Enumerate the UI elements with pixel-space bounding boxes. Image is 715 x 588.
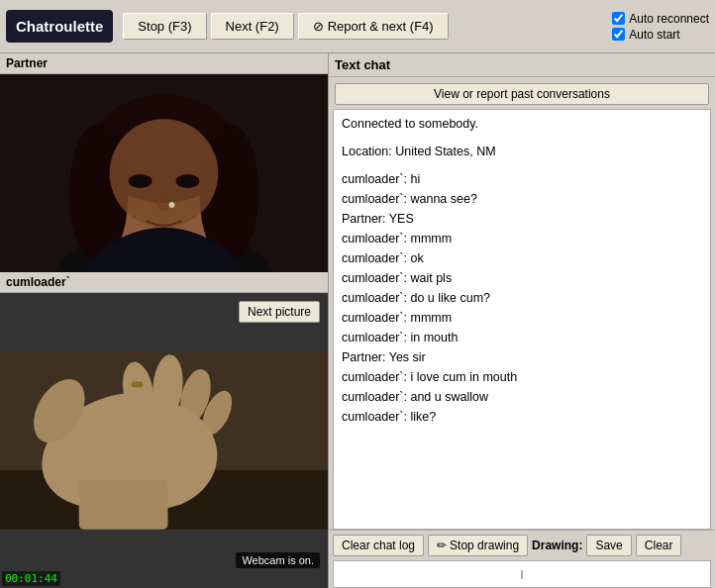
auto-start-label[interactable]: Auto start — [612, 28, 709, 42]
chat-message: cumloader`: ok — [342, 248, 702, 268]
report-next-button[interactable]: ⊘ Report & next (F4) — [298, 13, 449, 40]
auto-reconnect-label[interactable]: Auto reconnect — [612, 12, 709, 26]
auto-reconnect-checkbox[interactable] — [612, 12, 625, 25]
self-video: Next picture Webcam is on. 00:01:44 — [0, 293, 328, 588]
chat-blank-line — [342, 134, 702, 142]
svg-point-7 — [110, 119, 219, 228]
svg-point-12 — [156, 191, 172, 211]
next-picture-button[interactable]: Next picture — [239, 301, 320, 323]
next-button[interactable]: Next (F2) — [211, 13, 294, 40]
chat-message: cumloader`: and u swallow — [342, 387, 702, 407]
bottom-bar: Clear chat log ✏ Stop drawing Drawing: S… — [329, 530, 715, 560]
chat-message: cumloader`: like? — [342, 407, 702, 427]
chat-input[interactable] — [334, 561, 710, 587]
stop-button[interactable]: Stop (F3) — [123, 13, 206, 40]
partner-face-svg — [0, 74, 328, 272]
pencil-icon: ✏ — [437, 539, 447, 552]
partner-video — [0, 74, 328, 272]
chat-message: cumloader`: mmmm — [342, 229, 702, 248]
chat-messages: Connected to somebody.Location: United S… — [333, 109, 711, 530]
right-panel: Text chat View or report past conversati… — [329, 53, 715, 588]
text-chat-header: Text chat — [329, 53, 715, 77]
chat-message: cumloader`: wait pls — [342, 268, 702, 288]
chat-message: Partner: YES — [342, 209, 702, 229]
auto-reconnect-text: Auto reconnect — [629, 12, 709, 26]
self-section: cumloader` — [0, 272, 328, 588]
svg-point-13 — [168, 202, 174, 208]
svg-rect-26 — [0, 351, 328, 529]
auto-start-text: Auto start — [629, 28, 679, 42]
self-video-svg — [0, 293, 328, 588]
partner-video-feed — [0, 74, 328, 272]
toolbar: Chatroulette Stop (F3) Next (F2) ⊘ Repor… — [0, 0, 715, 53]
chat-message: Connected to somebody. — [342, 114, 702, 134]
auto-start-checkbox[interactable] — [612, 28, 625, 41]
drawing-label: Drawing: — [532, 539, 582, 552]
main-content: Partner — [0, 53, 715, 588]
chat-message: cumloader`: mmmm — [342, 308, 702, 328]
chat-message: cumloader`: hi — [342, 169, 702, 189]
timer-display: 00:01:44 — [2, 571, 60, 586]
app-logo: Chatroulette — [6, 10, 113, 43]
svg-point-11 — [181, 176, 193, 186]
self-label: cumloader` — [0, 272, 328, 293]
chat-message: Location: United States, NM — [342, 142, 702, 161]
save-drawing-button[interactable]: Save — [586, 535, 631, 556]
clear-chat-button[interactable]: Clear chat log — [333, 535, 424, 556]
stop-drawing-label: Stop drawing — [450, 539, 519, 552]
report-button-label: Report & next (F4) — [328, 19, 434, 34]
view-report-button[interactable]: View or report past conversations — [335, 83, 709, 105]
svg-point-10 — [135, 176, 147, 186]
chat-message: cumloader`: do u like cum? — [342, 288, 702, 308]
chat-blank-line — [342, 161, 702, 169]
left-panel: Partner — [0, 53, 329, 588]
chat-message: cumloader`: i love cum in mouth — [342, 367, 702, 387]
webcam-status-badge: Webcam is on. — [236, 552, 320, 568]
options-group: Auto reconnect Auto start — [612, 12, 709, 42]
chat-input-area[interactable] — [333, 560, 711, 588]
partner-label: Partner — [0, 53, 328, 74]
clear-drawing-button[interactable]: Clear — [636, 535, 682, 556]
stop-drawing-button[interactable]: ✏ Stop drawing — [428, 535, 528, 556]
chat-message: Partner: Yes sir — [342, 347, 702, 367]
chat-message: cumloader`: wanna see? — [342, 189, 702, 209]
report-icon: ⊘ — [313, 19, 324, 34]
chat-message: cumloader`: in mouth — [342, 328, 702, 347]
